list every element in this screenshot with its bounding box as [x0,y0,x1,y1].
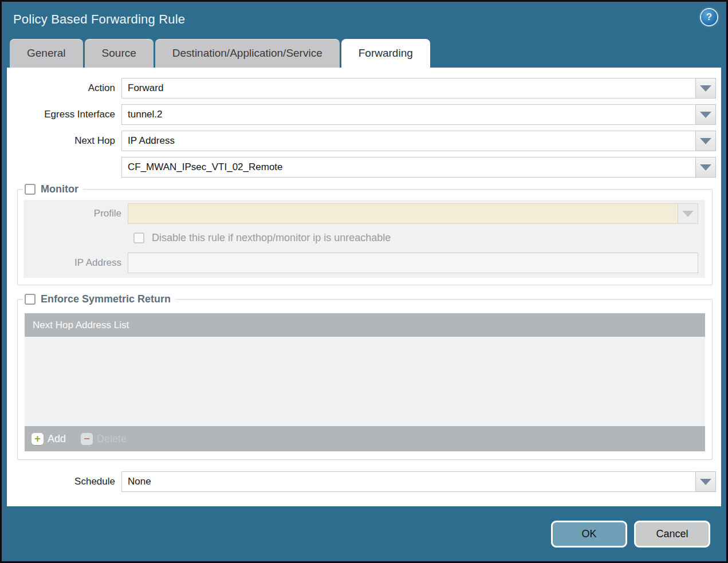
add-button-label: Add [48,433,66,445]
profile-value [128,203,678,224]
egress-interface-select[interactable]: tunnel.2 [121,104,716,125]
next-hop-address-select[interactable]: CF_MWAN_IPsec_VTI_02_Remote [121,157,716,178]
egress-interface-dropdown-button[interactable] [695,104,716,125]
symmetric-return-legend: Enforce Symmetric Return [23,293,175,305]
next-hop-dropdown-button[interactable] [695,131,716,151]
monitor-ip-address-input [128,253,698,273]
plus-icon: + [32,433,44,445]
next-hop-type-select[interactable]: IP Address [121,131,716,151]
next-hop-address-list-header: Next Hop Address List [25,313,705,337]
symmetric-return-checkbox[interactable] [25,294,36,305]
action-label: Action [7,82,121,94]
next-hop-address-list-table: Next Hop Address List + Add − Delete [25,313,705,451]
disable-rule-row: Disable this rule if nexthop/monitor ip … [133,232,698,244]
monitor-panel: Profile Disable this rule if nexthop/mon… [23,200,705,278]
minus-icon: − [81,433,93,445]
profile-row: Profile [23,203,698,224]
chevron-down-icon [700,164,711,171]
monitor-legend: Monitor [23,183,83,195]
next-hop-type-value: IP Address [121,131,695,151]
tab-bar: General Source Destination/Application/S… [2,39,726,68]
action-dropdown-button[interactable] [695,78,716,99]
monitor-checkbox[interactable] [25,184,36,195]
tab-general[interactable]: General [10,39,83,68]
schedule-dropdown-button[interactable] [695,471,716,492]
next-hop-address-list-toolbar: + Add − Delete [25,426,705,451]
chevron-down-icon [682,211,694,217]
tab-destination-application-service[interactable]: Destination/Application/Service [155,39,340,68]
action-row: Action Forward [7,78,716,99]
chevron-down-icon [700,85,711,92]
action-value: Forward [121,78,695,99]
profile-dropdown-button [678,203,698,224]
disable-rule-label: Disable this rule if nexthop/monitor ip … [152,232,391,244]
delete-button: − Delete [81,433,127,445]
cancel-button[interactable]: Cancel [634,521,710,548]
tab-source[interactable]: Source [85,39,154,68]
chevron-down-icon [700,479,711,485]
next-hop-address-list-body[interactable] [25,337,705,426]
chevron-down-icon [700,138,711,144]
tab-forwarding[interactable]: Forwarding [341,39,430,68]
symmetric-return-group: Enforce Symmetric Return Next Hop Addres… [17,293,713,460]
policy-based-forwarding-dialog: Policy Based Forwarding Rule ? General S… [0,0,728,563]
dialog-title: Policy Based Forwarding Rule [13,12,185,27]
chevron-down-icon [700,112,711,118]
title-bar: Policy Based Forwarding Rule ? [2,2,726,39]
action-select[interactable]: Forward [121,78,716,99]
disable-rule-checkbox [133,233,144,243]
ok-button[interactable]: OK [551,521,627,548]
monitor-group: Monitor Profile Disable this rule if nex… [17,183,713,285]
schedule-label: Schedule [7,476,121,487]
next-hop-address-dropdown-button[interactable] [695,157,716,178]
profile-label: Profile [23,208,128,219]
profile-select [128,203,698,224]
help-icon[interactable]: ? [701,9,717,25]
delete-button-label: Delete [97,433,127,445]
schedule-select[interactable]: None [121,471,716,492]
egress-interface-label: Egress Interface [7,109,121,120]
monitor-legend-label: Monitor [41,183,78,195]
next-hop-row: Next Hop IP Address [7,131,716,151]
forwarding-tab-panel: Action Forward Egress Interface tunnel.2… [7,68,721,506]
monitor-ip-address-label: IP Address [23,257,128,269]
schedule-row: Schedule None [7,471,716,492]
next-hop-address-row: CF_MWAN_IPsec_VTI_02_Remote [7,157,716,178]
add-button[interactable]: + Add [32,433,66,445]
egress-interface-row: Egress Interface tunnel.2 [7,104,716,125]
symmetric-return-legend-label: Enforce Symmetric Return [41,293,171,305]
egress-interface-value: tunnel.2 [121,104,695,125]
dialog-footer: OK Cancel [2,506,726,561]
next-hop-address-value: CF_MWAN_IPsec_VTI_02_Remote [121,157,695,178]
monitor-ip-address-row: IP Address [23,253,698,273]
next-hop-label: Next Hop [7,135,121,147]
schedule-value: None [121,471,695,492]
